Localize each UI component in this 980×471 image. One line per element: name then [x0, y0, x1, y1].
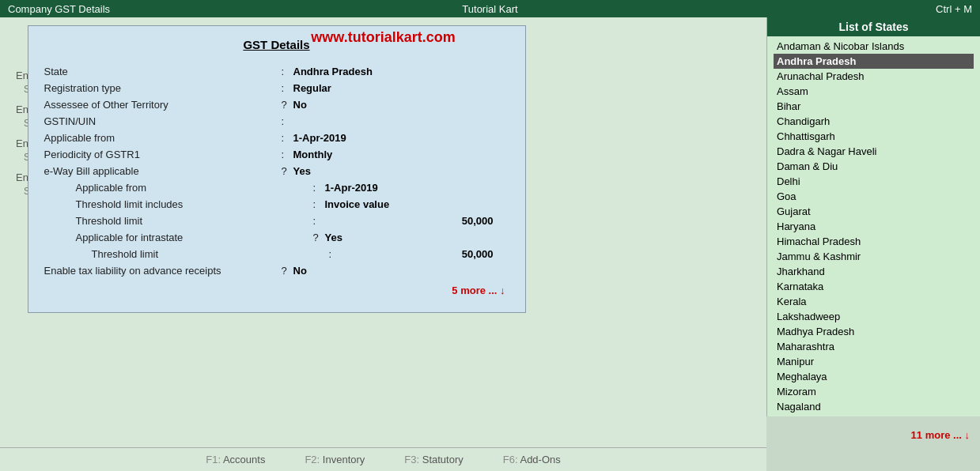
- state-item[interactable]: Haryana: [774, 219, 974, 234]
- form-colon: :: [282, 115, 293, 127]
- state-item[interactable]: Jharkhand: [774, 264, 974, 279]
- form-colon: :: [282, 149, 293, 160]
- state-item[interactable]: Chhattisgarh: [774, 129, 974, 144]
- right-wrapper: List of States Andaman & Nicobar Islands…: [766, 17, 980, 447]
- form-row: Periodicity of GSTR1:Monthly: [44, 149, 509, 160]
- more-link[interactable]: 5 more ... ↓: [44, 284, 509, 296]
- state-item[interactable]: Assam: [774, 84, 974, 99]
- state-highlight: Andhra Pradesh: [293, 66, 373, 77]
- fn-key-label: F1:: [206, 454, 221, 465]
- form-label: Applicable for intrastate: [76, 232, 313, 243]
- bottom-bar: F1: AccountsF2: InventoryF3: StatutoryF6…: [0, 447, 766, 471]
- form-row: Applicable from:1-Apr-2019: [60, 182, 509, 194]
- title-bar-right: Ctrl + M: [651, 3, 972, 15]
- form-row: e-Way Bill applicable?Yes: [44, 165, 509, 177]
- form-value: Yes: [293, 165, 509, 177]
- state-item[interactable]: Manipur: [774, 354, 974, 369]
- title-bar-left: Company GST Details: [8, 3, 329, 15]
- form-row: State:Andhra Pradesh: [44, 66, 509, 77]
- state-item[interactable]: Delhi: [774, 174, 974, 189]
- form-value: Invoice value: [325, 198, 509, 210]
- fn-key-label: F3:: [404, 454, 419, 465]
- state-item[interactable]: Dadra & Nagar Haveli: [774, 144, 974, 159]
- form-value: No: [293, 99, 509, 111]
- form-label: Enable tax liability on advance receipts: [44, 265, 282, 277]
- form-label: e-Way Bill applicable: [44, 165, 282, 177]
- state-item[interactable]: Mizoram: [774, 384, 974, 399]
- state-item[interactable]: Daman & Diu: [774, 159, 974, 174]
- form-value: No: [293, 265, 509, 277]
- state-item[interactable]: Madhya Pradesh: [774, 324, 974, 339]
- form-value: 1-Apr-2019: [293, 132, 509, 144]
- form-row: Threshold limit:50,000: [60, 215, 509, 227]
- form-value: 1-Apr-2019: [325, 182, 509, 194]
- state-item[interactable]: Nagaland: [774, 399, 974, 414]
- state-item[interactable]: Andaman & Nicobar Islands: [774, 39, 974, 54]
- gst-details-dialog: GST Details State:Andhra PradeshRegistra…: [28, 25, 526, 313]
- states-list: Andaman & Nicobar IslandsAndhra PradeshA…: [767, 36, 980, 416]
- title-bar: Company GST Details Tutorial Kart Ctrl +…: [0, 0, 980, 17]
- form-fields: State:Andhra PradeshRegistration type:Re…: [44, 66, 509, 277]
- dialog-overlay: GST Details State:Andhra PradeshRegistra…: [0, 17, 553, 447]
- form-colon: :: [282, 82, 293, 94]
- watermark: www.tutorialkart.com: [311, 29, 455, 46]
- right-panel-title: List of States: [767, 17, 980, 36]
- form-value: Yes: [325, 232, 509, 243]
- form-row: Registration type:Regular: [44, 82, 509, 94]
- more-states[interactable]: 11 more ... ↓: [905, 427, 976, 443]
- form-colon: :: [313, 198, 325, 210]
- form-colon: :: [282, 66, 293, 77]
- state-item[interactable]: Gujarat: [774, 204, 974, 219]
- state-item[interactable]: Maharashtra: [774, 339, 974, 354]
- form-label: Registration type: [44, 82, 282, 94]
- state-item[interactable]: Lakshadweep: [774, 309, 974, 324]
- fn-action-label: Add-Ons: [520, 454, 560, 465]
- state-item[interactable]: Chandigarh: [774, 114, 974, 129]
- form-label: State: [44, 66, 282, 77]
- fn-action-label: Statutory: [422, 454, 464, 465]
- form-colon: ?: [313, 232, 325, 243]
- state-item[interactable]: Bihar: [774, 99, 974, 114]
- form-value: Regular: [293, 82, 509, 94]
- form-colon: :: [329, 248, 341, 260]
- state-item[interactable]: Goa: [774, 189, 974, 204]
- form-row: Enable tax liability on advance receipts…: [44, 265, 509, 277]
- bottom-bar-key[interactable]: F1: Accounts: [206, 454, 265, 465]
- form-row: Applicable from:1-Apr-2019: [44, 132, 509, 144]
- form-value: 50,000: [341, 248, 509, 260]
- bottom-bar-key[interactable]: F2: Inventory: [305, 454, 365, 465]
- form-label: Periodicity of GSTR1: [44, 149, 282, 160]
- form-value: Monthly: [293, 149, 509, 160]
- form-label: Applicable from: [44, 132, 282, 144]
- form-label: Applicable from: [76, 182, 313, 194]
- fn-key-label: F6:: [503, 454, 518, 465]
- form-colon: ?: [282, 265, 293, 277]
- fn-action-label: Accounts: [223, 454, 265, 465]
- state-item[interactable]: Meghalaya: [774, 369, 974, 384]
- main-container: www.tutorialkart.com Enable Goods and Se…: [0, 17, 980, 447]
- form-label: Assessee of Other Territory: [44, 99, 282, 111]
- form-colon: :: [313, 182, 325, 194]
- form-label: Threshold limit includes: [76, 198, 313, 210]
- form-colon: :: [313, 215, 325, 227]
- state-item[interactable]: Kerala: [774, 294, 974, 309]
- right-panel: List of States Andaman & Nicobar Islands…: [766, 17, 980, 416]
- bottom-bar-key[interactable]: F6: Add-Ons: [503, 454, 561, 465]
- state-item[interactable]: Himachal Pradesh: [774, 234, 974, 249]
- fn-action-label: Inventory: [323, 454, 365, 465]
- state-item[interactable]: Andhra Pradesh: [774, 54, 974, 69]
- left-panel: www.tutorialkart.com Enable Goods and Se…: [0, 17, 766, 447]
- form-colon: :: [282, 132, 293, 144]
- state-item[interactable]: Jammu & Kashmir: [774, 249, 974, 264]
- form-row: Threshold limit includes:Invoice value: [60, 198, 509, 210]
- form-label: GSTIN/UIN: [44, 115, 282, 127]
- form-label: Threshold limit: [76, 215, 313, 227]
- form-value: Andhra Pradesh: [293, 66, 509, 77]
- bottom-bar-key[interactable]: F3: Statutory: [404, 454, 463, 465]
- state-item[interactable]: Arunachal Pradesh: [774, 69, 974, 84]
- form-label: Threshold limit: [92, 248, 329, 260]
- state-item[interactable]: Karnataka: [774, 279, 974, 294]
- form-row: GSTIN/UIN:: [44, 115, 509, 127]
- form-row: Applicable for intrastate?Yes: [60, 232, 509, 243]
- fn-key-label: F2:: [305, 454, 320, 465]
